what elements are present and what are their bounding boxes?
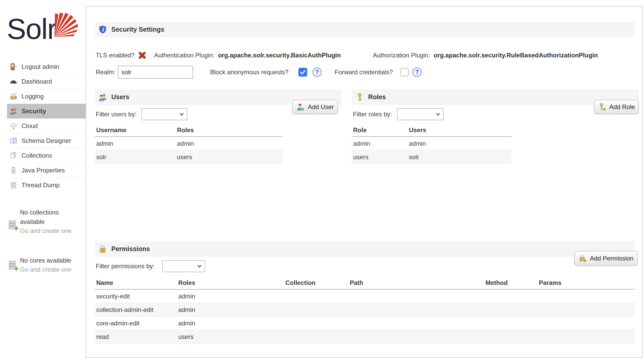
- solr-logo[interactable]: Solr: [7, 7, 79, 50]
- no-collections-block: No collections available Go and create o…: [7, 208, 85, 236]
- permissions-filter-row: Filter permissions by: Add Permission: [95, 258, 634, 274]
- java-jar-icon: [10, 166, 17, 174]
- add-role-label: Add Role: [609, 103, 635, 111]
- sidebar: Solr Logout admin Dashboard Logging Secu…: [0, 0, 86, 361]
- roles-cell: admin: [177, 293, 284, 300]
- check-icon: [299, 69, 306, 76]
- roles-filter-row: Filter roles by: Add Role: [352, 106, 639, 122]
- sidebar-nav: Logout admin Dashboard Logging Security …: [7, 59, 86, 192]
- security-settings-header: Security Settings: [95, 22, 634, 37]
- sidebar-item-schema-designer[interactable]: Schema Designer: [7, 133, 86, 148]
- page-title: Security Settings: [111, 26, 164, 33]
- sidebar-item-logging[interactable]: Logging: [7, 89, 86, 104]
- logout-door-icon: [10, 63, 17, 71]
- sidebar-item-collections[interactable]: Collections: [7, 148, 86, 163]
- filter-users-select[interactable]: [141, 108, 187, 120]
- solr-sunburst-icon: [50, 12, 79, 41]
- solr-admin-screen: Solr Logout admin Dashboard Logging Secu…: [0, 0, 644, 361]
- roles-cell: admin: [177, 320, 284, 327]
- no-collections-text: No collections available: [20, 208, 76, 226]
- sidebar-item-cloud[interactable]: Cloud: [7, 118, 86, 133]
- sidebar-item-label: Collections: [22, 152, 52, 159]
- thread-dump-layers-icon: [10, 181, 17, 189]
- permission-row[interactable]: read users: [95, 330, 634, 344]
- block-anon-checkbox[interactable]: [298, 68, 307, 77]
- question-help-icon[interactable]: ?: [312, 68, 322, 77]
- filter-permissions-label: Filter permissions by:: [96, 263, 155, 270]
- sidebar-item-java-properties[interactable]: Java Properties: [7, 163, 86, 178]
- name-cell: core-admin-edit: [95, 320, 177, 327]
- chevron-down-icon: [435, 111, 441, 117]
- sidebar-item-logout[interactable]: Logout admin: [7, 59, 86, 74]
- name-cell: read: [95, 333, 177, 340]
- dashboard-gauge-icon: [10, 78, 17, 85]
- lock-icon: [98, 245, 107, 253]
- permissions-section-title: Permissions: [111, 245, 150, 253]
- col-users: Users: [407, 126, 511, 134]
- create-collection-link[interactable]: Go and create one: [20, 226, 85, 236]
- col-role: Role: [352, 126, 407, 134]
- role-row[interactable]: admin admin: [352, 137, 511, 150]
- chevron-down-icon: [196, 263, 203, 269]
- sidebar-item-dashboard[interactable]: Dashboard: [7, 74, 86, 89]
- forward-creds-checkbox[interactable]: [400, 68, 409, 76]
- lock-add-icon: [578, 254, 587, 263]
- roles-table: Role Users admin admin users solr: [352, 124, 511, 164]
- auth-plugin-label: Authentication Plugin:: [154, 52, 214, 59]
- sidebar-item-label: Cloud: [22, 122, 38, 130]
- user-row[interactable]: admin admin: [95, 137, 283, 150]
- permission-row[interactable]: core-admin-edit admin: [95, 317, 634, 330]
- roles-cell: admin: [177, 306, 284, 313]
- permissions-table-header: Name Roles Collection Path Method Params: [95, 277, 634, 290]
- col-roles: Roles: [177, 279, 284, 286]
- realm-input[interactable]: [118, 66, 193, 79]
- question-help-icon[interactable]: ?: [412, 68, 422, 77]
- role-row[interactable]: users solr: [352, 150, 511, 164]
- add-user-button[interactable]: Add User: [292, 100, 338, 114]
- permission-row[interactable]: security-edit admin: [95, 290, 634, 303]
- add-permission-label: Add Permission: [590, 255, 633, 262]
- username-cell: admin: [95, 140, 175, 147]
- col-params: Params: [537, 279, 634, 286]
- permission-row[interactable]: collection-admin-edit admin: [95, 303, 634, 317]
- user-add-icon: [296, 103, 305, 111]
- authz-plugin-value: org.apache.solr.security.RuleBasedAuthor…: [434, 52, 598, 59]
- create-core-link[interactable]: Go and create one: [20, 265, 85, 274]
- user-row[interactable]: solr users: [95, 150, 283, 164]
- filter-users-label: Filter users by:: [96, 111, 136, 118]
- sidebar-item-label: Logging: [22, 93, 44, 100]
- add-role-button[interactable]: Add Role: [594, 100, 639, 114]
- sidebar-item-label: Logout admin: [22, 63, 59, 70]
- filter-roles-select[interactable]: [397, 108, 444, 120]
- auth-plugin-group: Authentication Plugin: org.apache.solr.s…: [154, 52, 341, 59]
- filter-permissions-select[interactable]: [162, 260, 205, 272]
- sidebar-item-security[interactable]: Security: [7, 104, 86, 118]
- chevron-down-icon: [179, 111, 185, 117]
- cloud-icon: [10, 122, 17, 130]
- users-cell: admin: [407, 140, 511, 147]
- filter-roles-label: Filter roles by:: [353, 111, 392, 118]
- security-settings-panel: Security Settings TLS enabled? Authentic…: [86, 6, 643, 358]
- username-cell: solr: [95, 153, 175, 161]
- sidebar-item-thread-dump[interactable]: Thread Dump: [7, 178, 86, 192]
- sidebar-item-label: Schema Designer: [22, 137, 71, 144]
- col-path: Path: [348, 279, 484, 286]
- add-permission-button[interactable]: Add Permission: [574, 251, 638, 266]
- roles-table-header: Role Users: [352, 124, 511, 137]
- no-cores-text: No cores available: [20, 256, 85, 265]
- plugin-status-row: TLS enabled? Authentication Plugin: org.…: [95, 49, 634, 62]
- roles-cell: users: [177, 333, 284, 340]
- tls-status-group: TLS enabled?: [96, 51, 146, 59]
- sidebar-item-label: Security: [22, 108, 46, 115]
- col-name: Name: [95, 279, 177, 286]
- tls-label: TLS enabled?: [96, 52, 134, 59]
- shield-info-icon: [98, 25, 107, 34]
- sidebar-item-label: Thread Dump: [22, 182, 60, 189]
- forward-creds-label: Forward credentials?: [335, 69, 393, 76]
- col-username: Username: [95, 126, 175, 134]
- roles-section-title: Roles: [368, 93, 386, 101]
- auth-plugin-value: org.apache.solr.security.BasicAuthPlugin: [218, 52, 341, 59]
- add-user-label: Add User: [308, 103, 334, 111]
- roles-cell: users: [175, 153, 283, 161]
- schema-book-icon: [10, 137, 17, 145]
